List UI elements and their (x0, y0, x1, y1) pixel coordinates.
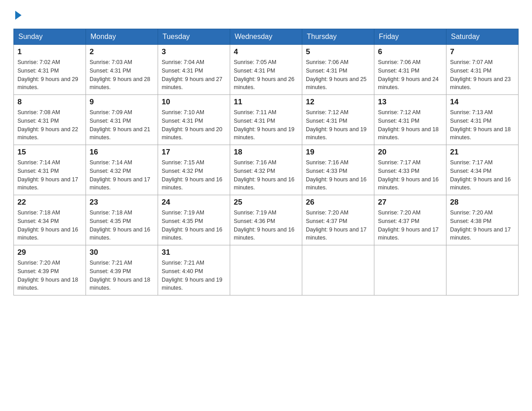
day-number: 9 (90, 98, 154, 107)
day-info: Sunrise: 7:21 AMSunset: 4:40 PMDaylight:… (162, 259, 226, 292)
day-number: 7 (450, 47, 515, 56)
column-header-saturday: Saturday (446, 29, 519, 45)
day-info: Sunrise: 7:03 AMSunset: 4:31 PMDaylight:… (90, 58, 154, 92)
calendar-week-row: 22Sunrise: 7:18 AMSunset: 4:34 PMDayligh… (14, 195, 519, 245)
calendar-day-cell: 12Sunrise: 7:12 AMSunset: 4:31 PMDayligh… (302, 95, 374, 145)
day-number: 17 (162, 148, 226, 157)
day-info: Sunrise: 7:18 AMSunset: 4:35 PMDaylight:… (90, 209, 154, 242)
day-number: 3 (162, 47, 226, 56)
logo (13, 9, 21, 20)
day-number: 6 (378, 47, 442, 56)
day-info: Sunrise: 7:19 AMSunset: 4:35 PMDaylight:… (162, 209, 226, 242)
calendar-day-cell: 27Sunrise: 7:20 AMSunset: 4:37 PMDayligh… (374, 195, 446, 245)
calendar-day-cell: 18Sunrise: 7:16 AMSunset: 4:32 PMDayligh… (230, 145, 302, 195)
day-info: Sunrise: 7:05 AMSunset: 4:31 PMDaylight:… (234, 58, 298, 92)
day-info: Sunrise: 7:17 AMSunset: 4:34 PMDaylight:… (450, 158, 515, 192)
day-number: 25 (234, 198, 298, 207)
empty-cell (446, 245, 519, 295)
calendar-day-cell: 4Sunrise: 7:05 AMSunset: 4:31 PMDaylight… (230, 45, 302, 95)
column-header-friday: Friday (374, 29, 446, 45)
logo-arrow-icon (15, 11, 21, 20)
day-number: 13 (378, 98, 442, 107)
day-info: Sunrise: 7:13 AMSunset: 4:31 PMDaylight:… (450, 108, 515, 142)
calendar-day-cell: 23Sunrise: 7:18 AMSunset: 4:35 PMDayligh… (86, 195, 158, 245)
calendar-day-cell: 25Sunrise: 7:19 AMSunset: 4:36 PMDayligh… (230, 195, 302, 245)
day-number: 1 (17, 47, 82, 56)
calendar-week-row: 15Sunrise: 7:14 AMSunset: 4:31 PMDayligh… (14, 145, 519, 195)
calendar-day-cell: 3Sunrise: 7:04 AMSunset: 4:31 PMDaylight… (158, 45, 230, 95)
calendar-day-cell: 16Sunrise: 7:14 AMSunset: 4:32 PMDayligh… (86, 145, 158, 195)
column-header-thursday: Thursday (302, 29, 374, 45)
calendar-day-cell: 5Sunrise: 7:06 AMSunset: 4:31 PMDaylight… (302, 45, 374, 95)
calendar-week-row: 29Sunrise: 7:20 AMSunset: 4:39 PMDayligh… (14, 245, 519, 295)
day-number: 27 (378, 198, 442, 207)
day-number: 11 (234, 98, 298, 107)
day-info: Sunrise: 7:12 AMSunset: 4:31 PMDaylight:… (378, 108, 442, 142)
day-number: 2 (90, 47, 154, 56)
day-number: 22 (17, 198, 82, 207)
day-info: Sunrise: 7:06 AMSunset: 4:31 PMDaylight:… (306, 58, 370, 92)
calendar-day-cell: 7Sunrise: 7:07 AMSunset: 4:31 PMDaylight… (446, 45, 519, 95)
day-number: 20 (378, 148, 442, 157)
calendar-day-cell: 20Sunrise: 7:17 AMSunset: 4:33 PMDayligh… (374, 145, 446, 195)
calendar-day-cell: 6Sunrise: 7:06 AMSunset: 4:31 PMDaylight… (374, 45, 446, 95)
calendar-week-row: 8Sunrise: 7:08 AMSunset: 4:31 PMDaylight… (14, 95, 519, 145)
day-number: 12 (306, 98, 370, 107)
day-info: Sunrise: 7:15 AMSunset: 4:32 PMDaylight:… (162, 158, 226, 192)
column-header-wednesday: Wednesday (230, 29, 302, 45)
day-number: 18 (234, 148, 298, 157)
calendar-day-cell: 14Sunrise: 7:13 AMSunset: 4:31 PMDayligh… (446, 95, 519, 145)
day-number: 15 (17, 148, 82, 157)
calendar-header-row: SundayMondayTuesdayWednesdayThursdayFrid… (14, 29, 519, 45)
empty-cell (374, 245, 446, 295)
empty-cell (302, 245, 374, 295)
day-info: Sunrise: 7:07 AMSunset: 4:31 PMDaylight:… (450, 58, 515, 92)
day-info: Sunrise: 7:08 AMSunset: 4:31 PMDaylight:… (17, 108, 82, 142)
column-header-monday: Monday (86, 29, 158, 45)
day-info: Sunrise: 7:16 AMSunset: 4:32 PMDaylight:… (234, 158, 298, 192)
day-info: Sunrise: 7:20 AMSunset: 4:37 PMDaylight:… (378, 209, 442, 242)
day-info: Sunrise: 7:11 AMSunset: 4:31 PMDaylight:… (234, 108, 298, 142)
calendar-day-cell: 31Sunrise: 7:21 AMSunset: 4:40 PMDayligh… (158, 245, 230, 295)
calendar-day-cell: 22Sunrise: 7:18 AMSunset: 4:34 PMDayligh… (14, 195, 86, 245)
calendar-week-row: 1Sunrise: 7:02 AMSunset: 4:31 PMDaylight… (14, 45, 519, 95)
day-info: Sunrise: 7:14 AMSunset: 4:31 PMDaylight:… (17, 158, 82, 192)
day-info: Sunrise: 7:20 AMSunset: 4:37 PMDaylight:… (306, 209, 370, 242)
day-number: 29 (17, 248, 82, 257)
calendar-day-cell: 10Sunrise: 7:10 AMSunset: 4:31 PMDayligh… (158, 95, 230, 145)
day-number: 31 (162, 248, 226, 257)
page-header (13, 9, 519, 20)
day-number: 14 (450, 98, 515, 107)
day-number: 16 (90, 148, 154, 157)
day-info: Sunrise: 7:10 AMSunset: 4:31 PMDaylight:… (162, 108, 226, 142)
day-info: Sunrise: 7:12 AMSunset: 4:31 PMDaylight:… (306, 108, 370, 142)
calendar-day-cell: 24Sunrise: 7:19 AMSunset: 4:35 PMDayligh… (158, 195, 230, 245)
calendar-day-cell: 13Sunrise: 7:12 AMSunset: 4:31 PMDayligh… (374, 95, 446, 145)
calendar-day-cell: 15Sunrise: 7:14 AMSunset: 4:31 PMDayligh… (14, 145, 86, 195)
day-info: Sunrise: 7:20 AMSunset: 4:38 PMDaylight:… (450, 209, 515, 242)
day-number: 5 (306, 47, 370, 56)
calendar-table: SundayMondayTuesdayWednesdayThursdayFrid… (13, 29, 519, 295)
day-number: 4 (234, 47, 298, 56)
calendar-day-cell: 30Sunrise: 7:21 AMSunset: 4:39 PMDayligh… (86, 245, 158, 295)
day-number: 8 (17, 98, 82, 107)
calendar-day-cell: 26Sunrise: 7:20 AMSunset: 4:37 PMDayligh… (302, 195, 374, 245)
calendar-day-cell: 29Sunrise: 7:20 AMSunset: 4:39 PMDayligh… (14, 245, 86, 295)
day-number: 21 (450, 148, 515, 157)
calendar-day-cell: 8Sunrise: 7:08 AMSunset: 4:31 PMDaylight… (14, 95, 86, 145)
column-header-sunday: Sunday (14, 29, 86, 45)
calendar-day-cell: 28Sunrise: 7:20 AMSunset: 4:38 PMDayligh… (446, 195, 519, 245)
day-number: 26 (306, 198, 370, 207)
day-info: Sunrise: 7:04 AMSunset: 4:31 PMDaylight:… (162, 58, 226, 92)
calendar-day-cell: 11Sunrise: 7:11 AMSunset: 4:31 PMDayligh… (230, 95, 302, 145)
day-info: Sunrise: 7:02 AMSunset: 4:31 PMDaylight:… (17, 58, 82, 92)
calendar-day-cell: 21Sunrise: 7:17 AMSunset: 4:34 PMDayligh… (446, 145, 519, 195)
calendar-day-cell: 9Sunrise: 7:09 AMSunset: 4:31 PMDaylight… (86, 95, 158, 145)
day-number: 30 (90, 248, 154, 257)
day-number: 28 (450, 198, 515, 207)
day-info: Sunrise: 7:20 AMSunset: 4:39 PMDaylight:… (17, 259, 82, 292)
day-number: 19 (306, 148, 370, 157)
day-number: 10 (162, 98, 226, 107)
day-info: Sunrise: 7:18 AMSunset: 4:34 PMDaylight:… (17, 209, 82, 242)
calendar-day-cell: 17Sunrise: 7:15 AMSunset: 4:32 PMDayligh… (158, 145, 230, 195)
